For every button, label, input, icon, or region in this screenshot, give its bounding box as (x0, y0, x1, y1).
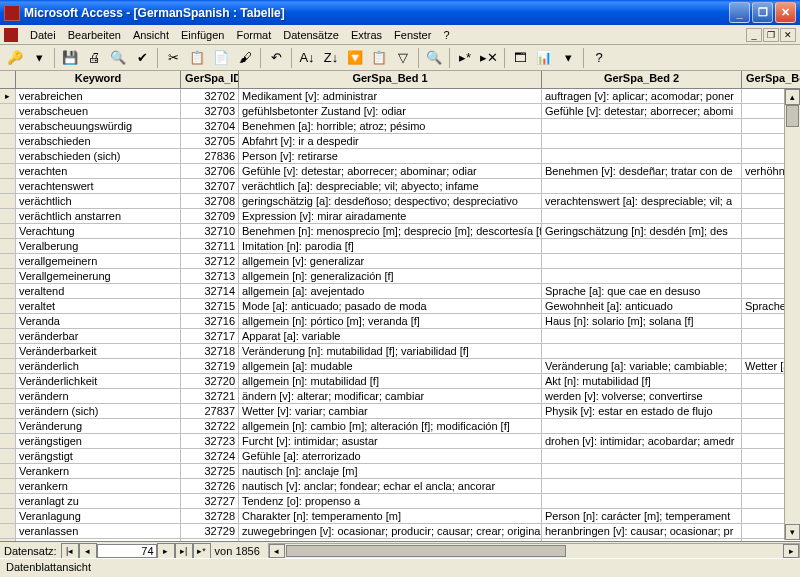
cell-bed1[interactable]: allgemein [n]: generalización [f] (239, 269, 542, 284)
nav-new-button[interactable]: ▸* (193, 543, 211, 559)
cell-keyword[interactable]: Veranlagung (16, 509, 181, 524)
menu-ansicht[interactable]: Ansicht (127, 27, 175, 43)
mdi-minimize[interactable]: _ (746, 28, 762, 42)
menu-format[interactable]: Format (230, 27, 277, 43)
table-row[interactable]: verachtenswert32707verächtlich [a]: desp… (0, 179, 800, 194)
cell-bed2[interactable]: Veränderung [a]: variable; cambiable; (542, 359, 742, 374)
row-selector[interactable] (0, 104, 16, 119)
table-row[interactable]: verändern32721ändern [v]: alterar; modif… (0, 389, 800, 404)
cell-id[interactable]: 32705 (181, 134, 239, 149)
cell-keyword[interactable]: verabscheuen (16, 104, 181, 119)
cell-bed1[interactable]: Benehmen [a]: horrible; atroz; pésimo (239, 119, 542, 134)
row-selector[interactable] (0, 464, 16, 479)
cell-id[interactable]: 32723 (181, 434, 239, 449)
cell-bed1[interactable]: Medikament [v]: administrar (239, 89, 542, 104)
cell-keyword[interactable]: verändern (sich) (16, 404, 181, 419)
cell-keyword[interactable]: veranlassen (16, 524, 181, 539)
cell-bed1[interactable]: allgemein [n]: mutabilidad [f] (239, 374, 542, 389)
preview-button[interactable]: 🔍 (107, 47, 129, 69)
nav-record-input[interactable] (97, 544, 157, 558)
cell-bed2[interactable] (542, 479, 742, 494)
cell-bed2[interactable] (542, 119, 742, 134)
cell-keyword[interactable]: verabreichen (16, 89, 181, 104)
row-selector[interactable] (0, 329, 16, 344)
cell-id[interactable]: 32720 (181, 374, 239, 389)
col-bed3[interactable]: GerSpa_Bed 3 (742, 71, 800, 88)
save-button[interactable]: 💾 (59, 47, 81, 69)
menu-bearbeiten[interactable]: Bearbeiten (62, 27, 127, 43)
cell-bed2[interactable]: Person [n]: carácter [m]; temperament (542, 509, 742, 524)
cell-bed1[interactable]: Abfahrt [v]: ir a despedir (239, 134, 542, 149)
cell-keyword[interactable]: verabscheuungswürdig (16, 119, 181, 134)
cell-id[interactable]: 32717 (181, 329, 239, 344)
table-row[interactable]: veränderlich32719allgemein [a]: mudableV… (0, 359, 800, 374)
copy-button[interactable]: 📋 (186, 47, 208, 69)
cell-id[interactable]: 32709 (181, 209, 239, 224)
cell-id[interactable]: 32711 (181, 239, 239, 254)
scroll-thumb[interactable] (786, 105, 799, 127)
cell-bed1[interactable]: allgemein [a]: mudable (239, 359, 542, 374)
scroll-right-icon[interactable]: ▸ (783, 544, 799, 558)
menu-fenster[interactable]: Fenster (388, 27, 437, 43)
table-row[interactable]: veraltend32714allgemein [a]: avejentadoS… (0, 284, 800, 299)
cell-bed2[interactable]: Sprache [a]: que cae en desuso (542, 284, 742, 299)
cell-bed1[interactable]: Expression [v]: mirar airadamente (239, 209, 542, 224)
cell-id[interactable]: 32719 (181, 359, 239, 374)
cell-bed1[interactable]: ändern [v]: alterar; modificar; cambiar (239, 389, 542, 404)
paste-button[interactable]: 📄 (210, 47, 232, 69)
row-selector[interactable] (0, 209, 16, 224)
cell-keyword[interactable]: verängstigen (16, 434, 181, 449)
cell-bed2[interactable] (542, 239, 742, 254)
row-selector[interactable] (0, 434, 16, 449)
cell-id[interactable]: 32707 (181, 179, 239, 194)
cell-keyword[interactable]: verändern (16, 389, 181, 404)
new-object-button[interactable]: 📊 (533, 47, 555, 69)
sort-desc-button[interactable]: Z↓ (320, 47, 342, 69)
cell-keyword[interactable]: veranschaulichen (16, 539, 181, 541)
print-button[interactable]: 🖨 (83, 47, 105, 69)
cell-bed1[interactable]: gefühlsbetonter Zustand [v]: odiar (239, 104, 542, 119)
nav-last-button[interactable]: ▸| (175, 543, 193, 559)
row-selector[interactable] (0, 314, 16, 329)
cell-bed1[interactable]: Furcht [v]: intimidar; asustar (239, 434, 542, 449)
cell-id[interactable]: 32708 (181, 194, 239, 209)
cell-keyword[interactable]: Verallgemeinerung (16, 269, 181, 284)
row-selector[interactable] (0, 479, 16, 494)
cell-bed2[interactable] (542, 149, 742, 164)
sort-asc-button[interactable]: A↓ (296, 47, 318, 69)
cell-keyword[interactable]: verachten (16, 164, 181, 179)
cell-keyword[interactable]: verabschieden (sich) (16, 149, 181, 164)
row-selector[interactable] (0, 194, 16, 209)
cell-id[interactable]: 32729 (181, 524, 239, 539)
cell-keyword[interactable]: Verankern (16, 464, 181, 479)
new-record-button[interactable]: ▸* (454, 47, 476, 69)
spellcheck-button[interactable]: ✔ (131, 47, 153, 69)
row-selector[interactable] (0, 449, 16, 464)
cell-id[interactable]: 32727 (181, 494, 239, 509)
table-row[interactable]: verabscheuungswürdig32704Benehmen [a]: h… (0, 119, 800, 134)
cell-id[interactable]: 32716 (181, 314, 239, 329)
cell-id[interactable]: 32703 (181, 104, 239, 119)
row-selector[interactable] (0, 119, 16, 134)
cell-bed2[interactable] (542, 419, 742, 434)
cell-id[interactable]: 32725 (181, 464, 239, 479)
cell-bed1[interactable]: allgemein [n]: cambio [m]; alteración [f… (239, 419, 542, 434)
cell-bed1[interactable]: Mode [a]: anticuado; pasado de moda (239, 299, 542, 314)
cell-bed1[interactable]: Person [v]: retirarse (239, 149, 542, 164)
menu-einfügen[interactable]: Einfügen (175, 27, 230, 43)
cell-bed2[interactable]: heranbringen [v]: causar; ocasionar; pr (542, 524, 742, 539)
row-selector[interactable] (0, 359, 16, 374)
nav-next-button[interactable]: ▸ (157, 543, 175, 559)
cell-bed2[interactable]: Benehmen [v]: desdeñar; tratar con de (542, 164, 742, 179)
cell-bed1[interactable]: allgemein [n]: pórtico [m]; veranda [f] (239, 314, 542, 329)
table-row[interactable]: Verankern32725nautisch [n]: anclaje [m] (0, 464, 800, 479)
cell-keyword[interactable]: verächtlich anstarren (16, 209, 181, 224)
select-all-cell[interactable] (0, 71, 16, 88)
cell-id[interactable]: 32706 (181, 164, 239, 179)
horizontal-scrollbar[interactable]: ◂ ▸ (268, 543, 800, 559)
table-row[interactable]: Veränderlichkeit32720allgemein [n]: muta… (0, 374, 800, 389)
vertical-scrollbar[interactable]: ▴ ▾ (784, 89, 800, 540)
table-row[interactable]: Verallgemeinerung32713allgemein [n]: gen… (0, 269, 800, 284)
table-row[interactable]: Verachtung32710Benehmen [n]: menosprecio… (0, 224, 800, 239)
cell-keyword[interactable]: veraltend (16, 284, 181, 299)
